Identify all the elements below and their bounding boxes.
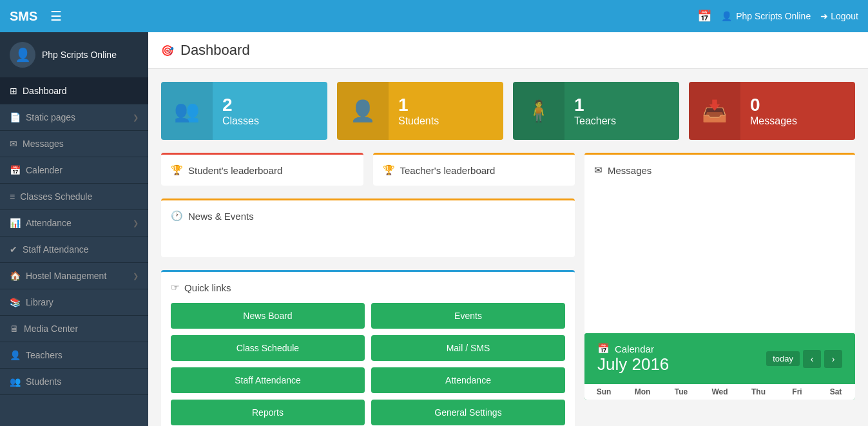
stat-cards: 👥 2 Classes 👤 1 Students 🧍 1 Teachers — [161, 82, 855, 140]
quicklinks-title: Quick links — [184, 282, 231, 293]
classes-count: 2 — [222, 95, 318, 115]
content-right: ✉ Messages 📅 Calendar July 2016 — [584, 153, 855, 426]
stat-card-classes[interactable]: 👥 2 Classes — [161, 82, 327, 140]
teachers-label: Teachers — [574, 115, 670, 127]
sidebar-item-library[interactable]: 📚 Library — [0, 289, 148, 316]
calendar-header: 📅 Calendar July 2016 today ‹ › — [584, 333, 855, 384]
teacher-leaderboard-title: Teacher's leaderboard — [400, 165, 496, 176]
sidebar-item-dashboard[interactable]: ⊞ Dashboard — [0, 78, 148, 104]
logout-icon: ➜ — [820, 11, 828, 21]
news-box: 🕐 News & Events — [161, 198, 575, 257]
students-label: Students — [398, 115, 494, 127]
calendar-next-button[interactable]: › — [824, 350, 842, 368]
sidebar-item-label: Library — [26, 297, 53, 307]
sidebar-item-label: Calender — [26, 165, 63, 175]
cursor-icon: ☞ — [171, 282, 179, 293]
day-sun: Sun — [584, 387, 623, 396]
classes-stat-icon: 👥 — [161, 82, 213, 140]
dashboard-icon: ⊞ — [10, 86, 17, 96]
calendar-nav: today ‹ › — [766, 350, 842, 368]
static-pages-icon: 📄 — [10, 112, 21, 122]
day-fri: Fri — [778, 387, 816, 396]
messages-right-box: ✉ Messages — [584, 153, 855, 333]
leaderboard-row: 🏆 Student's leaderboard 🏆 Teacher's lead… — [161, 153, 575, 186]
classes-label: Classes — [222, 115, 318, 127]
library-icon: 📚 — [10, 297, 21, 307]
calendar-box: 📅 Calendar July 2016 today ‹ › Sun — [584, 333, 855, 400]
page-header: 🎯 Dashboard — [148, 32, 868, 69]
calendar-today-button[interactable]: today — [766, 351, 800, 366]
quicklink-mail-sms[interactable]: Mail / SMS — [371, 335, 565, 361]
sidebar-item-messages[interactable]: ✉ Messages — [0, 131, 148, 157]
sidebar-item-label: Dashboard — [23, 86, 67, 96]
sidebar-item-label: Teachers — [26, 350, 63, 360]
sidebar-item-media-center[interactable]: 🖥 Media Center — [0, 316, 148, 342]
sidebar: 👤 Php Scripts Online ⊞ Dashboard 📄 Stati… — [0, 32, 148, 426]
quicklink-reports[interactable]: Reports — [171, 400, 365, 425]
sidebar-user: 👤 Php Scripts Online — [0, 32, 148, 78]
attendance-icon: 📊 — [10, 218, 21, 228]
sidebar-item-staff-attendance[interactable]: ✔ Staff Attendance — [0, 237, 148, 263]
chevron-icon: ❯ — [133, 272, 139, 280]
sidebar-item-label: Attendance — [26, 218, 72, 228]
quicklink-attendance[interactable]: Attendance — [371, 367, 565, 393]
students-count: 1 — [398, 95, 494, 115]
logout-label: Logout — [831, 11, 858, 21]
quicklink-general-settings[interactable]: General Settings — [371, 400, 565, 425]
navbar-right: 📅 👤 Php Scripts Online ➜ Logout — [697, 9, 858, 23]
sidebar-item-students[interactable]: 👥 Students — [0, 369, 148, 395]
calendar-prev-button[interactable]: ‹ — [803, 350, 821, 368]
day-tue: Tue — [662, 387, 700, 396]
day-thu: Thu — [739, 387, 778, 396]
stat-card-messages[interactable]: 📥 0 Messages — [689, 82, 855, 140]
quicklinks-grid: News Board Events Class Schedule Mail / … — [171, 303, 565, 425]
avatar: 👤 — [10, 42, 35, 68]
classes-schedule-icon: ≡ — [10, 191, 15, 202]
chevron-icon: ❯ — [133, 113, 139, 122]
content-inner: 🏆 Student's leaderboard 🏆 Teacher's lead… — [161, 153, 855, 426]
messages-right-title: Messages — [608, 165, 651, 176]
teachers-stat-icon: 🧍 — [513, 82, 564, 140]
calendar-icon[interactable]: 📅 — [697, 9, 711, 23]
sidebar-item-label: Students — [26, 376, 61, 387]
calendar-title-icon: 📅 — [597, 343, 610, 354]
clock-icon: 🕐 — [171, 210, 183, 222]
sidebar-item-attendance[interactable]: 📊 Attendance ❯ — [0, 210, 148, 237]
sidebar-item-teachers[interactable]: 👤 Teachers — [0, 342, 148, 369]
sidebar-item-label: Messages — [23, 139, 64, 149]
logout-button[interactable]: ➜ Logout — [820, 11, 858, 21]
envelope-icon: ✉ — [594, 164, 603, 176]
user-info: 👤 Php Scripts Online — [721, 11, 811, 21]
stat-card-teachers[interactable]: 🧍 1 Teachers — [513, 82, 679, 140]
sidebar-nav: ⊞ Dashboard 📄 Static pages ❯ ✉ Messages — [0, 78, 148, 426]
quicklink-staff-attendance[interactable]: Staff Attendance — [171, 367, 365, 393]
sidebar-item-label: Media Center — [24, 324, 78, 334]
calendar-title: Calendar — [615, 344, 654, 354]
stat-card-students[interactable]: 👤 1 Students — [337, 82, 503, 140]
main-content: 🎯 Dashboard 👥 2 Classes 👤 1 Students 🧍 — [148, 32, 868, 426]
main-layout: 👤 Php Scripts Online ⊞ Dashboard 📄 Stati… — [0, 32, 868, 426]
quicklinks-box: ☞ Quick links News Board Events Class Sc… — [161, 270, 575, 426]
sidebar-item-label: Classes Schedule — [20, 191, 92, 202]
sidebar-item-label: Static pages — [26, 112, 75, 122]
students-icon: 👥 — [10, 376, 21, 387]
teacher-leaderboard: 🏆 Teacher's leaderboard — [373, 153, 575, 186]
day-sat: Sat — [816, 387, 855, 396]
messages-stat-icon: 📥 — [689, 82, 740, 140]
messages-count: 0 — [750, 95, 845, 115]
trophy2-icon: 🏆 — [383, 164, 395, 176]
navbar-left: SMS ☰ — [10, 8, 62, 24]
menu-toggle-icon[interactable]: ☰ — [50, 8, 62, 24]
student-leaderboard-title: Student's leaderboard — [188, 165, 282, 176]
sidebar-item-static-pages[interactable]: 📄 Static pages ❯ — [0, 104, 148, 131]
teachers-icon: 👤 — [10, 350, 21, 360]
quicklink-news-board[interactable]: News Board — [171, 303, 365, 329]
sidebar-item-classes-schedule[interactable]: ≡ Classes Schedule — [0, 184, 148, 210]
quicklink-events[interactable]: Events — [371, 303, 565, 329]
sidebar-item-calender[interactable]: 📅 Calender — [0, 157, 148, 184]
sidebar-item-hostel-management[interactable]: 🏠 Hostel Management ❯ — [0, 263, 148, 289]
user-name: Php Scripts Online — [736, 11, 811, 21]
staff-attendance-icon: ✔ — [10, 244, 17, 255]
student-leaderboard: 🏆 Student's leaderboard — [161, 153, 363, 186]
quicklink-class-schedule[interactable]: Class Schedule — [171, 335, 365, 361]
